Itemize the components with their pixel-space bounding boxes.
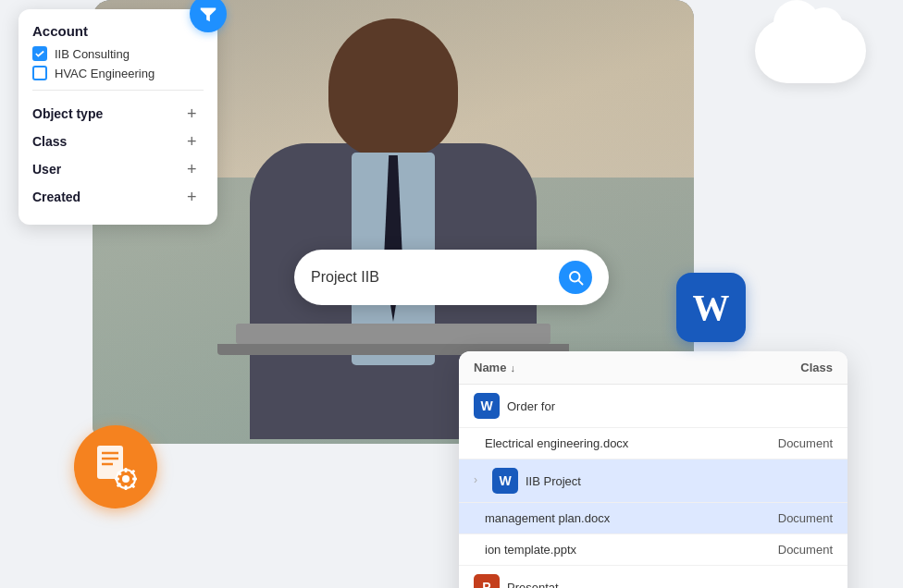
svg-line-1: [578, 280, 582, 284]
file-name-text: Order for: [507, 399, 749, 413]
file-table-header: Name ↓ Class: [459, 351, 847, 385]
file-class-text: Document: [749, 511, 833, 525]
filter-class[interactable]: Class +: [32, 128, 204, 155]
filter-user[interactable]: User +: [32, 155, 204, 183]
file-name-text: ion template.pptx: [485, 543, 749, 557]
checkbox-iib[interactable]: IIB Consulting: [32, 46, 204, 61]
divider-1: [32, 90, 204, 91]
filter-class-expand[interactable]: +: [187, 133, 204, 150]
svg-rect-10: [115, 478, 119, 481]
filter-object-type-label: Object type: [32, 106, 103, 121]
search-icon: [567, 269, 584, 286]
file-name-text: Presentat: [507, 581, 749, 589]
filter-created[interactable]: Created +: [32, 183, 204, 211]
doc-gear-svg: [93, 444, 139, 490]
search-button[interactable]: [559, 261, 592, 294]
file-row[interactable]: › W IIB Project: [459, 459, 847, 503]
word-file-icon: W: [492, 468, 518, 494]
file-class-text: Document: [749, 543, 833, 557]
checkbox-iib-label: IIB Consulting: [55, 47, 130, 61]
filter-created-expand[interactable]: +: [187, 189, 204, 205]
file-row[interactable]: ion template.pptx Document: [459, 534, 847, 566]
search-value: Project IIB: [311, 269, 559, 286]
word-app-icon: W: [676, 273, 746, 342]
sort-arrow-icon[interactable]: ↓: [510, 362, 515, 374]
file-name-text: Electrical engineering.docx: [485, 436, 749, 450]
filter-created-label: Created: [32, 190, 80, 204]
ppt-file-icon: P: [474, 574, 500, 588]
filter-object-type-expand[interactable]: +: [187, 105, 204, 122]
document-settings-icon: [74, 425, 157, 508]
checkbox-iib-box[interactable]: [32, 46, 47, 61]
checkbox-hvac-label: HVAC Engineering: [55, 67, 155, 80]
checkbox-hvac[interactable]: HVAC Engineering: [32, 66, 204, 80]
col-name-header: Name ↓: [474, 361, 749, 374]
word-file-icon: W: [474, 393, 500, 419]
chevron-right-icon: ›: [474, 473, 489, 488]
file-list-panel: Name ↓ Class W Order for Electrical engi…: [459, 351, 847, 588]
col-class-header: Class: [749, 361, 833, 374]
filter-object-type[interactable]: Object type +: [32, 100, 204, 128]
checkbox-hvac-box[interactable]: [32, 66, 47, 80]
filter-class-label: Class: [32, 134, 67, 149]
file-row[interactable]: P Presentat: [459, 566, 847, 588]
svg-point-7: [122, 475, 130, 483]
search-bar: Project IIB: [294, 250, 609, 305]
file-row[interactable]: management plan.docx Document: [459, 503, 847, 534]
filter-user-expand[interactable]: +: [187, 161, 204, 178]
filter-panel: Account IIB Consulting HVAC Engineering …: [19, 9, 217, 225]
filter-user-label: User: [32, 162, 61, 177]
file-row[interactable]: Electrical engineering.docx Document: [459, 428, 847, 459]
file-name-text: IIB Project: [526, 474, 749, 488]
svg-rect-11: [132, 478, 137, 481]
word-letter: W: [693, 286, 730, 329]
cloud-decoration: [755, 18, 866, 83]
svg-rect-8: [125, 468, 128, 472]
svg-rect-9: [125, 485, 128, 490]
file-class-text: Document: [749, 436, 833, 450]
file-name-text: management plan.docx: [485, 511, 749, 525]
file-row[interactable]: W Order for: [459, 385, 847, 428]
account-label: Account: [32, 23, 204, 39]
